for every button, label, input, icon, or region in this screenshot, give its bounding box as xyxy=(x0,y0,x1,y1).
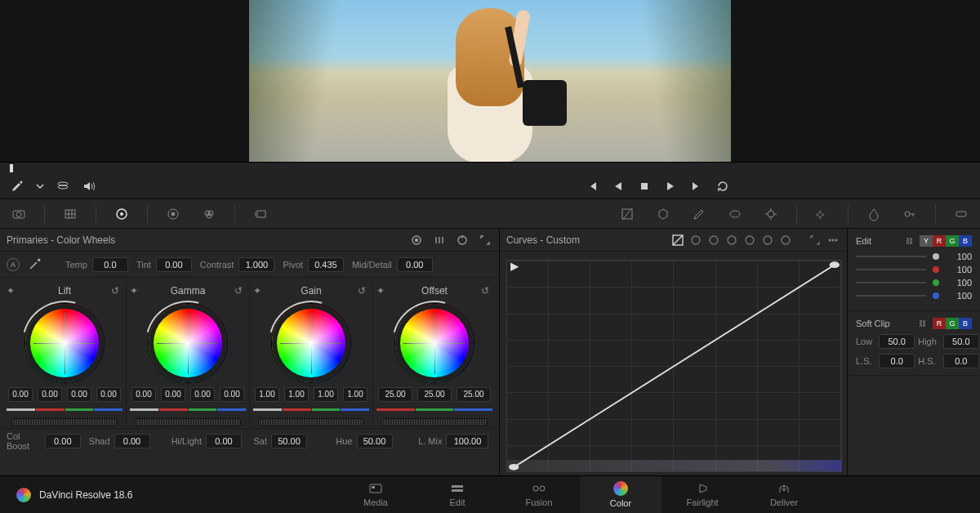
channel-value[interactable]: 100 xyxy=(946,265,972,274)
tab-media[interactable]: Media xyxy=(335,476,416,514)
channel-r-chip[interactable]: R xyxy=(933,235,946,247)
play-icon[interactable] xyxy=(663,179,678,194)
channel-g-chip[interactable]: G xyxy=(946,235,959,247)
softclip-g-chip[interactable]: G xyxy=(946,318,959,329)
key-palette-icon[interactable] xyxy=(899,203,920,225)
expand-icon[interactable] xyxy=(478,233,492,248)
shad-value[interactable]: 0.00 xyxy=(114,434,150,448)
wheel-value[interactable]: 0.00 xyxy=(8,387,33,402)
tab-edit[interactable]: Edit xyxy=(416,476,498,514)
channel-slider[interactable] xyxy=(856,256,926,257)
motion-effects-palette-icon[interactable] xyxy=(250,203,271,225)
color-wheel[interactable] xyxy=(25,304,104,382)
link-icon[interactable]: ⛓ xyxy=(903,235,915,247)
tab-color[interactable]: Color xyxy=(580,476,662,514)
wheel-value[interactable]: 1.00 xyxy=(255,387,279,402)
wheels-mode-icon[interactable] xyxy=(432,233,447,248)
color-checker-palette-icon[interactable] xyxy=(60,203,81,225)
speaker-icon[interactable] xyxy=(82,179,96,194)
tab-fairlight[interactable]: Fairlight xyxy=(662,476,743,514)
curves-hue-hue-icon[interactable] xyxy=(690,234,703,246)
wheel-picker-icon[interactable]: ✦ xyxy=(130,285,141,297)
eyedropper-icon[interactable] xyxy=(10,179,24,194)
go-last-icon[interactable] xyxy=(689,179,704,194)
wheel-value[interactable]: 0.00 xyxy=(131,387,156,402)
channel-value[interactable]: 100 xyxy=(946,278,972,288)
go-first-icon[interactable] xyxy=(585,179,599,194)
stack-icon[interactable] xyxy=(56,179,70,194)
wheel-value[interactable]: 1.00 xyxy=(343,387,368,402)
magic-mask-palette-icon[interactable] xyxy=(812,203,833,225)
curves-lum-sat-icon[interactable] xyxy=(744,234,757,246)
contrast-value[interactable]: 1.000 xyxy=(238,257,274,272)
channel-y-chip[interactable]: Y xyxy=(920,235,933,247)
wheel-picker-icon[interactable]: ✦ xyxy=(7,285,18,297)
curves-sat-sat-icon[interactable] xyxy=(762,234,775,246)
wheel-reset-icon[interactable]: ↺ xyxy=(111,285,122,297)
color-wheel[interactable] xyxy=(149,304,227,382)
softclip-b-chip[interactable]: B xyxy=(959,318,972,329)
curves-options-icon[interactable] xyxy=(827,234,840,246)
wheel-value[interactable]: 25.00 xyxy=(457,387,491,402)
ls-value[interactable]: 0.0 xyxy=(879,354,915,368)
color-wheels-palette-icon[interactable] xyxy=(111,203,132,225)
curves-sat-lum-icon[interactable] xyxy=(780,234,793,246)
high-value[interactable]: 50.0 xyxy=(943,334,979,349)
wheel-picker-icon[interactable]: ✦ xyxy=(376,285,388,297)
blur-palette-icon[interactable] xyxy=(863,203,884,225)
timeline-scrubber[interactable] xyxy=(0,162,980,173)
wheel-value[interactable]: 1.00 xyxy=(314,387,338,402)
sat-value[interactable]: 50.00 xyxy=(271,434,307,448)
wheel-reset-icon[interactable]: ↺ xyxy=(234,285,246,297)
temp-value[interactable]: 0.0 xyxy=(92,257,128,272)
camera-raw-palette-icon[interactable] xyxy=(8,203,29,225)
wheel-value[interactable]: 0.00 xyxy=(38,387,62,402)
wheel-jog[interactable] xyxy=(258,418,364,426)
tab-deliver[interactable]: Deliver xyxy=(743,476,825,514)
loop-icon[interactable] xyxy=(715,179,730,194)
wheel-picker-icon[interactable]: ✦ xyxy=(253,285,265,297)
wheel-value[interactable]: 0.00 xyxy=(67,387,91,402)
channel-slider[interactable] xyxy=(856,269,926,270)
tint-value[interactable]: 0.00 xyxy=(156,257,192,272)
wheel-value[interactable]: 1.00 xyxy=(284,387,309,402)
pick-white-icon[interactable] xyxy=(28,258,41,271)
wheel-jog[interactable] xyxy=(11,418,118,426)
softclip-link-icon[interactable]: ⛓ xyxy=(916,318,928,329)
curves-editor[interactable] xyxy=(506,260,842,472)
log-mode-icon[interactable] xyxy=(455,233,470,248)
wheel-jog[interactable] xyxy=(381,418,488,426)
channel-slider[interactable] xyxy=(856,295,926,297)
softclip-r-chip[interactable]: R xyxy=(933,318,946,329)
auto-balance-button[interactable]: A xyxy=(7,258,20,271)
tracking-palette-icon[interactable] xyxy=(760,203,782,225)
wheel-reset-icon[interactable]: ↺ xyxy=(481,285,492,297)
curves-expand-icon[interactable] xyxy=(809,234,822,246)
rgb-mixer-palette-icon[interactable] xyxy=(198,203,220,225)
hilight-value[interactable]: 0.00 xyxy=(206,434,242,448)
channel-value[interactable]: 100 xyxy=(946,252,972,261)
pivot-value[interactable]: 0.435 xyxy=(308,257,344,272)
stereo-3d-palette-icon[interactable] xyxy=(951,203,972,225)
wheel-value[interactable]: 0.00 xyxy=(190,387,215,402)
curves-palette-icon[interactable] xyxy=(617,203,638,225)
wheel-value[interactable]: 25.00 xyxy=(378,387,412,402)
curves-hue-sat-icon[interactable] xyxy=(708,234,721,246)
channel-value[interactable]: 100 xyxy=(946,291,972,301)
color-wheel[interactable] xyxy=(272,304,350,382)
color-warper-palette-icon[interactable] xyxy=(653,203,674,225)
reset-target-icon[interactable] xyxy=(409,233,424,248)
wheel-reset-icon[interactable]: ↺ xyxy=(358,285,369,297)
chevron-down-icon[interactable] xyxy=(36,179,44,194)
wheel-value[interactable]: 0.00 xyxy=(220,387,244,402)
mid-detail-value[interactable]: 0.00 xyxy=(397,257,433,272)
wheel-value[interactable]: 0.00 xyxy=(96,387,121,402)
hue-value[interactable]: 50.00 xyxy=(357,434,393,448)
preview-image[interactable] xyxy=(249,0,731,162)
curves-hue-lum-icon[interactable] xyxy=(726,234,739,246)
qualifier-palette-icon[interactable] xyxy=(688,203,710,225)
wheel-jog[interactable] xyxy=(135,418,241,426)
wheel-value[interactable]: 25.00 xyxy=(417,387,452,402)
play-reverse-icon[interactable] xyxy=(611,179,626,194)
curves-custom-icon[interactable] xyxy=(672,234,685,246)
